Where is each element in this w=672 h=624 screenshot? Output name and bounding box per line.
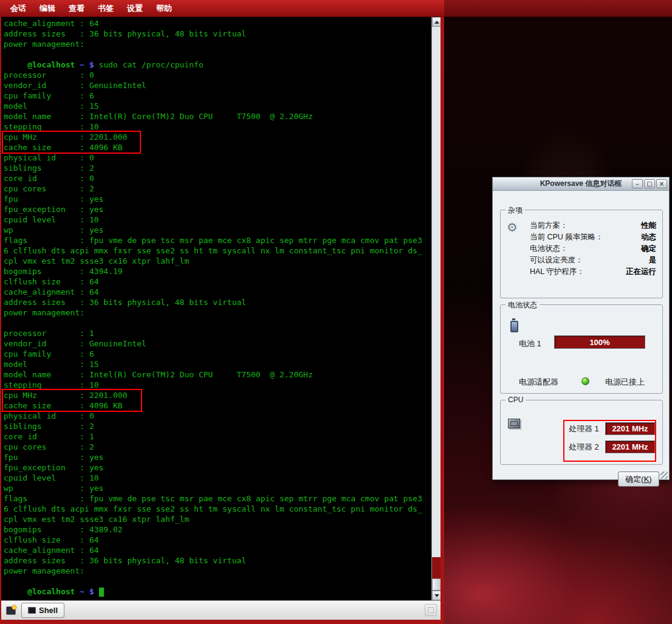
misc-rows: 当前方案：性能当前 CPU 频率策略：动态电池状态：确定可以设定亮度：是HAL … — [530, 220, 656, 278]
menu-view[interactable]: 查看 — [62, 0, 91, 17]
terminal-viewport: cache_alignment : 64address sizes : 36 b… — [1, 17, 441, 600]
menu-help[interactable]: 帮助 — [149, 0, 179, 17]
terminal-line: address sizes : 36 bits physical, 48 bit… — [4, 297, 431, 307]
session-list-button[interactable] — [425, 604, 437, 616]
terminal-line: processor : 0 — [4, 70, 431, 80]
minimize-button[interactable]: – — [632, 179, 643, 188]
info-label: 当前 CPU 频率策略： — [530, 231, 603, 243]
cpu-frequency-bar: 2201 MHz — [605, 422, 655, 435]
terminal-line: physical id : 0 — [4, 153, 431, 163]
terminal-line: cpu MHz : 2201.000 — [4, 132, 431, 142]
info-label: 当前方案： — [530, 220, 568, 231]
terminal-line: processor : 1 — [4, 328, 431, 338]
info-value: 是 — [649, 255, 657, 266]
terminal-line: model : 15 — [4, 101, 431, 111]
dialog-body: 杂项 ⚙ 当前方案：性能当前 CPU 频率策略：动态电池状态：确定可以设定亮度：… — [493, 191, 669, 480]
terminal-line: fpu_exception : yes — [4, 204, 431, 214]
terminal-line: bogomips : 4389.02 — [4, 524, 431, 535]
terminal-line — [4, 576, 431, 586]
info-row: 电池状态：确定 — [530, 243, 656, 255]
terminal-line: siblings : 2 — [4, 421, 431, 431]
battery-1-label: 电池 1 — [519, 338, 541, 349]
terminal-line: @localhost ~ $ — [4, 586, 431, 597]
info-label: 可以设定亮度： — [530, 255, 583, 266]
terminal-tabbar: Shell — [1, 600, 441, 620]
processor-label: 处理器 2 — [569, 442, 600, 453]
terminal-line: wp : yes — [4, 225, 431, 235]
processor-label: 处理器 1 — [569, 423, 600, 434]
terminal-output[interactable]: cache_alignment : 64address sizes : 36 b… — [4, 18, 431, 597]
terminal-line: physical id : 0 — [4, 411, 431, 421]
ok-label-prefix: 确定( — [625, 474, 643, 485]
info-row: 可以设定亮度：是 — [530, 255, 656, 266]
ok-label-suffix: ) — [649, 475, 651, 484]
menu-edit[interactable]: 编辑 — [33, 0, 62, 17]
cpu-rows: 处理器 12201 MHz处理器 22201 MHz — [501, 400, 662, 464]
info-value: 正在运行 — [626, 266, 656, 278]
terminal-line: power management: — [4, 566, 431, 576]
terminal-line: cpu family : 6 — [4, 349, 431, 359]
terminal-line: model name : Intel(R) Core(TM)2 Duo CPU … — [4, 111, 431, 122]
close-button[interactable]: × — [656, 179, 667, 188]
info-label: 电池状态： — [530, 243, 568, 255]
terminal-line: address sizes : 36 bits physical, 48 bit… — [4, 555, 431, 566]
info-value: 动态 — [641, 231, 656, 243]
terminal-line: fpu : yes — [4, 194, 431, 204]
tab-shell[interactable]: Shell — [21, 603, 64, 618]
info-row: HAL 守护程序：正在运行 — [530, 266, 656, 278]
scrollbar-thumb[interactable] — [432, 578, 441, 591]
terminal-scrollbar[interactable] — [431, 17, 441, 600]
terminal-line: clflush size : 64 — [4, 535, 431, 545]
terminal-line: bogomips : 4394.19 — [4, 266, 431, 276]
menu-bookmarks[interactable]: 书签 — [91, 0, 120, 17]
group-cpu: CPU 处理器 12201 MHz处理器 22201 MHz — [500, 400, 663, 465]
sparkle-icon — [12, 605, 17, 610]
info-value: 确定 — [641, 243, 656, 255]
info-row: 当前 CPU 频率策略：动态 — [530, 231, 656, 243]
battery-icon — [510, 321, 518, 332]
terminal-line: cache size : 4096 KB — [4, 142, 431, 153]
terminal-line: cpuid level : 10 — [4, 214, 431, 225]
menu-session[interactable]: 会话 — [4, 0, 33, 17]
terminal-line: 6 clflush dts acpi mmx fxsr sse sse2 ss … — [4, 245, 431, 256]
terminal-line: address sizes : 36 bits physical, 48 bit… — [4, 29, 431, 39]
terminal-line: vendor_id : GenuineIntel — [4, 80, 431, 91]
terminal-line: fpu_exception : yes — [4, 462, 431, 473]
terminal-line: cache_alignment : 64 — [4, 18, 431, 29]
dialog-titlebar[interactable]: KPowersave 信息对话框 – □ × — [493, 177, 669, 191]
scroll-up-button[interactable] — [432, 17, 441, 27]
terminal-line: core id : 1 — [4, 431, 431, 442]
terminal-line: flags : fpu vme de pse tsc msr pae mce c… — [4, 235, 431, 245]
window-controls: – □ × — [632, 179, 667, 188]
terminal-line — [4, 49, 431, 60]
ok-button[interactable]: 确定(K) — [618, 471, 659, 487]
battery-progress-bar: 100% — [554, 335, 645, 349]
terminal-line: core id : 0 — [4, 173, 431, 183]
menu-settings[interactable]: 设置 — [120, 0, 149, 17]
terminal-menubar: 会话 编辑 查看 书签 设置 帮助 — [0, 0, 672, 17]
kpowersave-dialog: KPowersave 信息对话框 – □ × 杂项 ⚙ 当前方案：性能当前 CP… — [492, 177, 670, 480]
terminal-icon — [28, 607, 36, 614]
terminal-line: cache size : 4096 KB — [4, 400, 431, 411]
terminal-line: cache_alignment : 64 — [4, 287, 431, 297]
group-misc-label: 杂项 — [506, 205, 525, 216]
terminal-line — [4, 318, 431, 328]
new-session-button[interactable] — [4, 603, 18, 618]
terminal-line: cpu family : 6 — [4, 91, 431, 101]
ok-label-accesskey: K — [644, 475, 650, 484]
ac-adapter-led-icon — [581, 377, 589, 385]
ac-adapter-status: 电源已接上 — [605, 377, 645, 388]
terminal-line: model name : Intel(R) Core(TM)2 Duo CPU … — [4, 369, 431, 380]
info-value: 性能 — [641, 220, 656, 231]
new-session-icon — [6, 606, 16, 615]
terminal-line: @localhost ~ $ sudo cat /proc/cpuinfo — [4, 60, 431, 70]
tab-shell-label: Shell — [39, 606, 58, 615]
cpu-frequency-bar: 2201 MHz — [605, 441, 655, 453]
terminal-line: model : 15 — [4, 359, 431, 369]
scroll-down-button[interactable] — [432, 591, 441, 600]
terminal-line: clflush size : 64 — [4, 276, 431, 287]
terminal-line: cpu cores : 2 — [4, 442, 431, 452]
resize-grip[interactable] — [660, 471, 668, 479]
terminal-line: cache_alignment : 64 — [4, 545, 431, 555]
maximize-button[interactable]: □ — [644, 179, 655, 188]
